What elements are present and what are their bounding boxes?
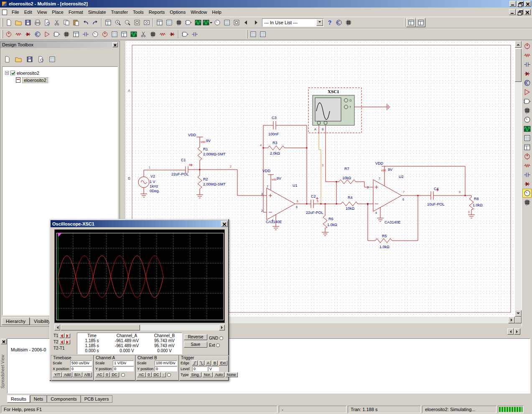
cha-dc-button[interactable]: DC (110, 372, 119, 377)
new-file-icon[interactable] (4, 18, 13, 27)
edge-rising-icon[interactable] (192, 361, 198, 366)
electromechanical-components-icon[interactable] (138, 30, 148, 39)
align-horizontal-icon[interactable] (248, 30, 258, 39)
page-right-icon[interactable] (514, 328, 520, 335)
print-icon[interactable] (33, 18, 42, 27)
menu-reports[interactable]: Reports (146, 8, 168, 16)
edge-falling-icon[interactable] (199, 361, 204, 366)
save-icon[interactable] (23, 18, 33, 27)
palette-diode2-icon[interactable] (522, 180, 532, 188)
design-toolbox-toggle-icon[interactable] (155, 18, 164, 27)
trigger-nor-button[interactable]: Nor. (202, 372, 213, 377)
design-toolbox-close-icon[interactable] (112, 42, 118, 47)
timebase-scale-value[interactable]: 500 us/Div (70, 361, 92, 366)
ladder-coil-icon[interactable] (190, 30, 199, 39)
paste-icon[interactable] (71, 18, 81, 27)
palette-chip-icon[interactable] (522, 106, 532, 115)
tree-child-row[interactable]: eloerosito2 (4, 76, 116, 84)
ext-radio[interactable] (216, 343, 220, 347)
combo-dropdown-icon[interactable] (316, 19, 323, 26)
menu-view[interactable]: View (35, 8, 50, 16)
align-vertical-icon[interactable] (258, 30, 267, 39)
basic-components-icon[interactable] (13, 30, 23, 39)
in-use-list-combobox[interactable]: --- In Use List --- (262, 18, 324, 27)
minimize-button[interactable] (509, 1, 516, 7)
palette-capacitor-icon[interactable] (522, 60, 532, 69)
t2-right-icon[interactable] (65, 340, 70, 344)
menu-edit[interactable]: Edit (22, 8, 35, 16)
mixed-components-icon[interactable] (81, 30, 90, 39)
trigger-level-unit[interactable]: V (208, 366, 219, 371)
zoom-fit-icon[interactable] (142, 18, 151, 27)
t1-left-icon[interactable] (59, 333, 64, 338)
menu-format[interactable]: Format (66, 8, 86, 16)
place-bus-icon[interactable] (167, 30, 177, 39)
palette-wave-icon[interactable] (522, 124, 532, 133)
grapher-icon[interactable] (193, 18, 203, 27)
trigger-sing-button[interactable]: Sing. (190, 372, 202, 377)
menu-options[interactable]: Options (167, 8, 188, 16)
oscilloscope-window[interactable]: Oscilloscope-XSC1 T1 (49, 219, 229, 381)
back-annotate-icon[interactable] (241, 18, 251, 27)
scope-scroll-left-icon[interactable] (54, 325, 60, 330)
help-icon[interactable]: ? (326, 18, 334, 27)
rf-components-icon[interactable] (129, 30, 138, 39)
scroll-up-icon[interactable] (515, 41, 522, 48)
save-button[interactable]: Save (184, 342, 207, 348)
print-preview-icon[interactable] (42, 18, 52, 27)
toolbar-grip[interactable] (404, 18, 405, 27)
pause-switch-icon[interactable] (416, 18, 425, 27)
menu-simulate[interactable]: Simulate (86, 8, 109, 16)
palette-gate-icon[interactable] (522, 97, 532, 106)
mdi-restore-button[interactable] (517, 9, 523, 15)
palette-transistor-icon[interactable] (522, 79, 532, 87)
mcu-components-icon[interactable] (148, 30, 158, 39)
close-button[interactable] (524, 1, 531, 7)
toolbar-grip[interactable] (2, 18, 3, 27)
copy-icon[interactable] (61, 18, 71, 27)
oscilloscope-scrollbar[interactable] (54, 325, 225, 330)
ladder-rung-icon[interactable] (180, 30, 190, 39)
save-schematic-icon[interactable] (25, 55, 34, 64)
component-wizard-icon[interactable] (183, 18, 193, 27)
chb-ypos-value[interactable]: 0 (155, 366, 177, 371)
chb-scale-value[interactable]: 100 mV/Div (155, 361, 177, 366)
tree-checkbox[interactable] (10, 71, 15, 75)
postprocessor-icon[interactable] (212, 18, 222, 27)
palette-source-icon[interactable] (522, 42, 532, 51)
trigger-auto-button[interactable]: Auto (214, 372, 225, 377)
menu-transfer[interactable]: Transfer (109, 8, 131, 16)
scroll-right-icon[interactable] (508, 317, 515, 323)
ttl-components-icon[interactable] (52, 30, 61, 39)
database-icon[interactable] (174, 18, 183, 27)
chb-ac-button[interactable]: AC (137, 372, 146, 377)
t1-right-icon[interactable] (65, 333, 70, 338)
zoom-area-icon[interactable] (132, 18, 142, 27)
chb-ground-radio[interactable] (167, 373, 171, 377)
mdi-close-button[interactable] (524, 9, 531, 15)
palette-resistor-icon[interactable] (522, 51, 532, 60)
cha-0-button[interactable]: 0 (104, 372, 110, 377)
vscroll-thumb[interactable] (515, 48, 522, 82)
cut-icon[interactable] (52, 18, 61, 27)
undo-icon[interactable] (81, 18, 90, 27)
xsc1-oscilloscope-component[interactable]: G T A B XSC1 (308, 88, 361, 133)
menu-tools[interactable]: Tools (130, 8, 146, 16)
tab-components[interactable]: Components (47, 395, 80, 403)
menu-place[interactable]: Place (49, 8, 66, 16)
gnd-radio[interactable] (219, 336, 223, 340)
education-icon[interactable] (334, 18, 344, 27)
toolbar-grip[interactable] (2, 30, 3, 38)
tab-results[interactable]: Results (7, 395, 30, 403)
spreadsheet-close-icon[interactable] (1, 339, 7, 344)
palette-cap2-icon[interactable] (522, 170, 532, 179)
analysis-dropdown-icon[interactable] (203, 18, 212, 27)
oscilloscope-close-icon[interactable] (221, 221, 228, 227)
palette-window-icon[interactable] (522, 143, 532, 152)
restore-button[interactable] (517, 1, 524, 7)
tab-hierarchy[interactable]: Hierarchy (2, 317, 30, 325)
open-schematic-icon[interactable] (13, 55, 23, 64)
capture-area-icon[interactable] (232, 18, 241, 27)
source-components-icon[interactable] (4, 30, 13, 39)
palette-opamp-icon[interactable] (522, 88, 532, 97)
